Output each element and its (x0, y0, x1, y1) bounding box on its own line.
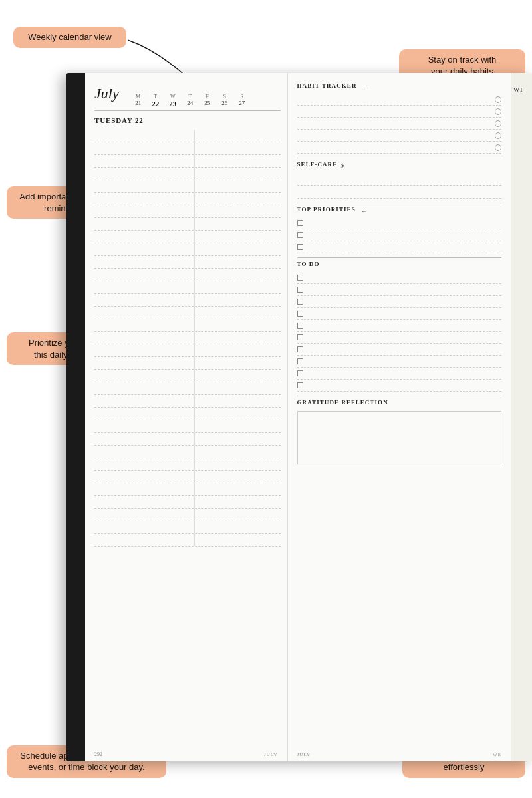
todo-row-3 (297, 296, 501, 308)
schedule-row (94, 142, 281, 155)
schedule-row (94, 155, 281, 168)
selfcare-row-2 (297, 186, 501, 199)
schedule-row (94, 281, 281, 294)
divider-selfcare (297, 158, 501, 158)
day-col-fri: F 25 (199, 94, 216, 108)
schedule-row (94, 307, 281, 319)
priority-row-3 (297, 241, 501, 253)
footer-july-label: JULY (297, 752, 311, 757)
todo-row-4 (297, 308, 501, 320)
schedule-row (94, 168, 281, 180)
todo-checkbox-2[interactable] (297, 287, 303, 293)
far-right-page: WI (511, 73, 532, 761)
schedule-row (94, 408, 281, 420)
schedule-row (94, 344, 281, 357)
habit-row-3 (297, 118, 501, 130)
todo-row-2 (297, 284, 501, 296)
schedule-row (94, 420, 281, 433)
schedule-row (94, 496, 281, 509)
schedule-row (94, 382, 281, 395)
selfcare-row-1 (297, 172, 501, 186)
divider-todo (297, 257, 501, 258)
priority-row-2 (297, 229, 501, 241)
schedule-row (94, 218, 281, 231)
todo-row-9 (297, 368, 501, 380)
month-title: July (94, 85, 119, 102)
priority-checkbox-3[interactable] (297, 244, 303, 250)
todo-checkbox-7[interactable] (297, 346, 303, 352)
habit-circle-1[interactable] (495, 96, 501, 103)
wi-label: WI (513, 86, 532, 93)
priority-checkbox-2[interactable] (297, 232, 303, 238)
schedule-row (94, 446, 281, 458)
schedule-row (94, 130, 281, 142)
page-number: 292 (94, 751, 102, 757)
schedule-row (94, 269, 281, 281)
notebook: July M 21 T 22 W 23 T 24 (66, 73, 532, 761)
todo-checkbox-4[interactable] (297, 311, 303, 317)
schedule-row (94, 180, 281, 193)
divider-priorities (297, 203, 501, 203)
day-col-tue: T 22 (147, 94, 164, 108)
divider-gratitude (297, 396, 501, 396)
arrow-icon: ← (362, 84, 369, 91)
priority-checkbox-1[interactable] (297, 220, 303, 226)
habit-tracker-label: HABIT TRACKER (297, 82, 357, 89)
day-col-sat: S 26 (216, 94, 233, 108)
day-col-mon: M 21 (130, 94, 147, 108)
day-heading: TUESDAY 22 (94, 116, 281, 124)
days-row: M 21 T 22 W 23 T 24 F 25 (130, 94, 251, 108)
todo-row-5 (297, 320, 501, 332)
top-priorities-header: TOP PRIORITIES ← (297, 206, 501, 215)
todo-checkbox-9[interactable] (297, 370, 303, 376)
habit-circle-4[interactable] (495, 132, 501, 139)
schedule-row (94, 357, 281, 370)
gratitude-label: GRATITUDE REFLECTION (297, 399, 388, 406)
schedule-row (94, 370, 281, 382)
schedule-row (94, 471, 281, 483)
footer-we-label: WE (493, 752, 501, 757)
todo-row-10 (297, 380, 501, 392)
todo-checkbox-1[interactable] (297, 275, 303, 281)
schedule-row (94, 483, 281, 496)
page-header: July M 21 T 22 W 23 T 24 (94, 85, 281, 111)
left-page: July M 21 T 22 W 23 T 24 (85, 73, 288, 761)
todo-checkbox-5[interactable] (297, 323, 303, 329)
gratitude-header: GRATITUDE REFLECTION (297, 399, 501, 408)
todo-checkbox-3[interactable] (297, 299, 303, 305)
far-right-content: WI (511, 73, 532, 93)
schedule-row (94, 256, 281, 269)
schedule-grid (94, 130, 281, 547)
selfcare-header: SELF-CARE ☀ (297, 161, 501, 170)
schedule-row (94, 332, 281, 344)
right-page-footer: JULY WE (288, 752, 511, 757)
schedule-row (94, 433, 281, 446)
habit-row-1 (297, 94, 501, 106)
habit-tracker-header: HABIT TRACKER ← (297, 82, 501, 92)
left-page-footer: 292 JULY (85, 751, 287, 757)
day-col-wed: W 23 (164, 94, 182, 108)
todo-row-1 (297, 272, 501, 284)
todo-checkbox-6[interactable] (297, 334, 303, 340)
habit-circle-2[interactable] (495, 108, 501, 115)
notebook-spine (66, 73, 85, 761)
gratitude-box[interactable] (297, 411, 501, 464)
sun-icon: ☀ (340, 162, 346, 170)
todo-row-7 (297, 344, 501, 356)
habit-row-2 (297, 106, 501, 118)
top-priority-rows (297, 217, 501, 253)
schedule-row (94, 231, 281, 243)
schedule-row (94, 193, 281, 205)
schedule-row (94, 205, 281, 218)
todo-checkbox-10[interactable] (297, 382, 303, 388)
todo-checkbox-8[interactable] (297, 358, 303, 364)
todo-rows (297, 272, 501, 392)
day-col-thu: T 24 (182, 94, 199, 108)
habit-circle-5[interactable] (495, 144, 501, 151)
todo-row-6 (297, 332, 501, 344)
todo-header: TO DO (297, 261, 501, 270)
habit-circle-3[interactable] (495, 120, 501, 127)
annotation-weekly-calendar: Weekly calendar view (13, 27, 126, 48)
priority-row-1 (297, 217, 501, 229)
selfcare-label: SELF-CARE (297, 161, 338, 168)
